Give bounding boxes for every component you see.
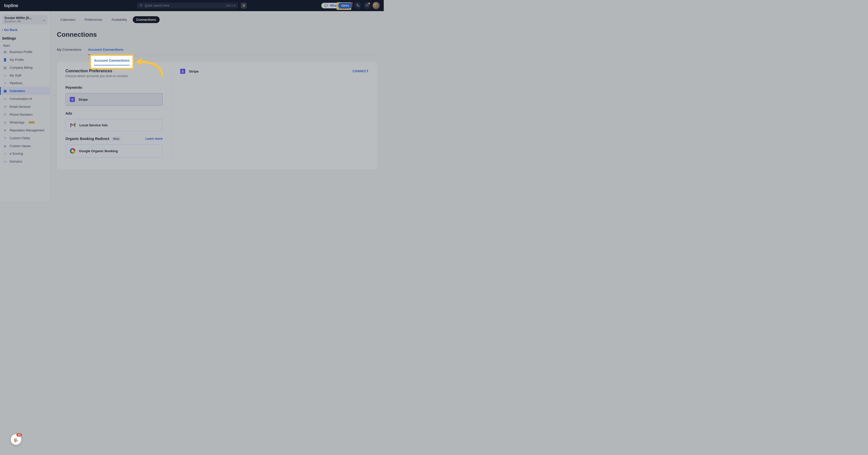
subtab-account-connections[interactable]: Account Connections bbox=[88, 46, 124, 55]
notification-dot-icon bbox=[351, 2, 353, 4]
mail-icon: ✉ bbox=[3, 105, 7, 108]
go-back-link[interactable]: ‹ Go Back bbox=[2, 28, 48, 32]
sidebar-item-label: My Profile bbox=[10, 58, 24, 62]
stripe-icon: S bbox=[180, 69, 185, 74]
briefcase-icon: ▣ bbox=[3, 50, 7, 54]
learn-more-link[interactable]: Learn more bbox=[146, 137, 163, 140]
sidebar-item-label: Business Profile bbox=[10, 50, 32, 54]
bars-icon: ⫾ bbox=[3, 152, 7, 156]
updates-label: dates bbox=[341, 4, 349, 7]
logo: topline bbox=[4, 3, 18, 8]
phone-icon: ✆ bbox=[3, 112, 7, 117]
sidebar-item-label: Phone Numbers bbox=[10, 113, 32, 117]
sidebar: Dunder Mifflin [D... Scranton, PA ⌄ ‹ Go… bbox=[0, 11, 50, 201]
chevron-left-icon: ‹ bbox=[2, 28, 3, 32]
sidebar-item-my-staff[interactable]: ▭ My Staff bbox=[0, 71, 50, 79]
tab-preferences[interactable]: Preferences bbox=[81, 16, 106, 23]
sidebar-item-label: WhatsApp bbox=[10, 121, 24, 124]
sidebar-item-custom-values[interactable]: ◐ Custom Values bbox=[0, 142, 50, 150]
calendar-icon: ▦ bbox=[3, 89, 7, 93]
sidebar-item-label: Email Services bbox=[10, 105, 31, 108]
search-icon bbox=[140, 4, 143, 8]
sidebar-item-email-services[interactable]: ✉ Email Services bbox=[0, 103, 50, 110]
sidebar-item-reputation-management[interactable]: ★ Reputation Management bbox=[0, 126, 50, 134]
gauge-icon: ◐ bbox=[3, 144, 7, 148]
sidebar-item-conversation-ai[interactable]: ▭ Conversation AI bbox=[0, 95, 50, 103]
sidebar-item-whatsapp[interactable]: ◎ WhatsApp beta bbox=[0, 119, 50, 126]
sidebar-item-manage-scoring[interactable]: ⫾ e Scoring bbox=[0, 150, 50, 158]
sidebar-item-phone-numbers[interactable]: ✆ Phone Numbers bbox=[0, 110, 50, 119]
sidebar-item-custom-fields[interactable]: ✎ Custom Fields bbox=[0, 134, 50, 142]
card-icon: ▭ bbox=[3, 160, 7, 163]
bolt-icon: ⚡ bbox=[242, 4, 246, 7]
sidebar-item-label: Custom Fields bbox=[10, 136, 30, 140]
sidebar-item-pipelines[interactable]: ≡ Pipelines bbox=[0, 79, 50, 87]
laptop-icon: ▭ bbox=[3, 73, 7, 77]
svg-point-0 bbox=[140, 4, 142, 6]
tile-local-service-ads[interactable]: Local Service Ads bbox=[65, 119, 163, 131]
search-placeholder: Quick search here bbox=[145, 4, 169, 7]
ads-label: Ads bbox=[65, 111, 163, 116]
organic-label: Organic Booking Redirect bbox=[65, 137, 110, 141]
tile-google-booking[interactable]: Google Organic Booking bbox=[65, 144, 163, 158]
chevron-down-icon: ⌄ bbox=[42, 17, 45, 22]
org-switcher[interactable]: Dunder Mifflin [D... Scranton, PA ⌄ bbox=[3, 15, 48, 24]
org-sub: Scranton, PA bbox=[5, 20, 32, 23]
google-icon bbox=[70, 148, 75, 154]
subtab-label: Account Connections bbox=[88, 48, 124, 52]
subtabs: My Connections Account Connections bbox=[57, 46, 377, 55]
bell-button[interactable] bbox=[364, 2, 371, 9]
sidebar-item-domains[interactable]: ▭ Domains bbox=[0, 158, 50, 165]
tile-google-label: Google Organic Booking bbox=[79, 149, 118, 153]
tab-availability[interactable]: Availability bbox=[108, 16, 130, 23]
sidebar-item-my-profile[interactable]: 👤 My Profile bbox=[0, 56, 50, 64]
sidebar-item-calendars[interactable]: ▦ Calendars bbox=[0, 87, 50, 95]
settings-heading: Settings bbox=[2, 36, 48, 40]
avatar[interactable] bbox=[373, 2, 380, 9]
tile-stripe[interactable]: S Stripe bbox=[65, 93, 163, 106]
go-back-label: Go Back bbox=[4, 28, 18, 32]
tile-lsa-label: Local Service Ads bbox=[80, 123, 108, 127]
phone-icon bbox=[356, 4, 360, 8]
phone-button[interactable] bbox=[354, 2, 362, 9]
grid-icon: ▦ bbox=[3, 66, 7, 69]
sidebar-item-label: e Scoring bbox=[10, 152, 23, 156]
search-shortcut: Ctrl + K bbox=[226, 4, 236, 7]
tabs-top: Calendars Preferences Availability Conne… bbox=[57, 16, 377, 23]
chat-icon: 💬 bbox=[324, 4, 328, 7]
sidebar-item-label: Custom Values bbox=[10, 144, 31, 148]
prefs-sub: Choose which accounts you wish to connec… bbox=[65, 74, 163, 78]
updates-button[interactable]: dates bbox=[338, 3, 352, 8]
stripe-name: Stripe bbox=[189, 69, 198, 73]
star-icon: ★ bbox=[3, 128, 7, 132]
beta-badge: beta bbox=[28, 121, 36, 124]
page-title: Connections bbox=[57, 31, 377, 38]
prefs-title: Connection Preferences bbox=[65, 69, 163, 73]
sidebar-item-business-profile[interactable]: ▣ Business Profile bbox=[0, 48, 50, 56]
tab-connections[interactable]: Connections bbox=[133, 16, 160, 23]
topbar: topline Quick search here Ctrl + K ⚡ 💬 W… bbox=[0, 0, 384, 11]
tile-stripe-label: Stripe bbox=[79, 98, 88, 101]
search-input[interactable]: Quick search here Ctrl + K bbox=[137, 3, 238, 9]
sidebar-item-label: My Staff bbox=[10, 74, 21, 77]
subtab-my-connections[interactable]: My Connections bbox=[57, 46, 82, 55]
filter-icon: ≡ bbox=[3, 82, 7, 85]
org-name: Dunder Mifflin [D... bbox=[5, 16, 32, 20]
user-icon: 👤 bbox=[3, 58, 7, 62]
sidebar-group-label: Apps bbox=[3, 44, 47, 47]
connect-button[interactable]: CONNECT bbox=[352, 69, 369, 73]
preferences-card: Connection Preferences Choose which acco… bbox=[57, 62, 377, 170]
sidebar-item-label: Pipelines bbox=[10, 82, 23, 85]
edit-icon: ✎ bbox=[3, 136, 7, 140]
sidebar-item-label: Domains bbox=[10, 160, 22, 163]
alert-dot-icon bbox=[368, 3, 370, 4]
stripe-icon: S bbox=[70, 97, 75, 102]
sidebar-item-company-billing[interactable]: ▦ Company Billing bbox=[0, 64, 50, 71]
sidebar-item-label: Reputation Management bbox=[10, 129, 44, 132]
payments-label: Payments bbox=[65, 86, 163, 90]
organic-beta-badge: Beta bbox=[112, 137, 121, 141]
sidebar-item-label: Company Billing bbox=[10, 66, 32, 69]
bolt-button[interactable]: ⚡ bbox=[241, 3, 247, 9]
content-area: Calendars Preferences Availability Conne… bbox=[50, 11, 384, 201]
tab-calendars[interactable]: Calendars bbox=[57, 16, 79, 23]
